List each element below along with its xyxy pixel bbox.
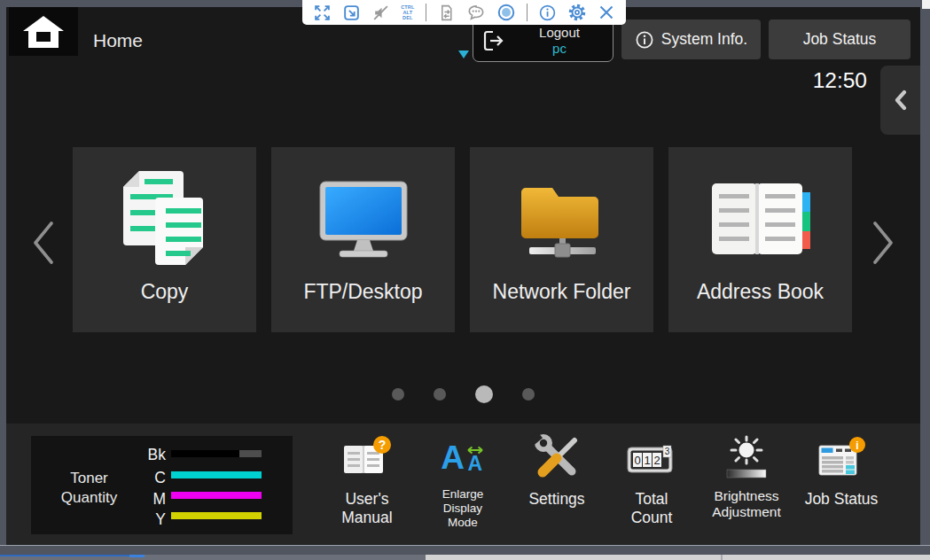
remote-viewer-window: Home Logout pc System Info. Job Status (0, 0, 930, 560)
svg-text:1: 1 (644, 454, 650, 467)
copy-documents-icon (113, 169, 217, 270)
fullscreen-icon[interactable] (313, 4, 332, 22)
taskbar-underline-highlight (129, 555, 145, 557)
tile-ftp-desktop[interactable]: FTP/Desktop (271, 147, 455, 332)
toner-bar-y (171, 512, 262, 519)
shortcut-brightness-adjustment[interactable]: BrightnessAdjustment (692, 431, 801, 520)
mfp-screen: Home Logout pc System Info. Job Status (6, 7, 920, 545)
taskbar-segment (145, 555, 426, 560)
page-dot-4[interactable] (522, 388, 535, 401)
toolbar-collapse-arrow[interactable] (458, 51, 469, 58)
svg-text:0: 0 (634, 454, 640, 467)
users-manual-icon: ? (341, 435, 393, 481)
toner-label-y: Y (136, 510, 166, 529)
chevron-left-icon (894, 89, 908, 111)
page-dot-3[interactable] (475, 385, 493, 403)
settings-gear-icon[interactable] (567, 3, 587, 22)
taskbar-edge (0, 555, 930, 560)
settings-tools-icon (531, 432, 582, 484)
network-folder-icon (515, 177, 609, 262)
ctrl-alt-del-button[interactable]: CTRL ALT DEL (401, 4, 414, 20)
shortcut-label: EnlargeDisplayMode (442, 487, 484, 530)
page-dot-1[interactable] (392, 388, 404, 401)
toner-quantity-panel: Toner Quantity Bk C M Y (31, 436, 293, 534)
carousel-prev-arrow[interactable] (31, 221, 56, 268)
logout-icon (481, 29, 506, 52)
shortcut-label: BrightnessAdjustment (712, 488, 781, 520)
chevron-left-icon (31, 221, 56, 265)
svg-text:i: i (856, 439, 858, 452)
brightness-icon (718, 434, 775, 482)
toner-bar-m (171, 492, 262, 499)
panel-collapse-tab[interactable] (880, 66, 920, 135)
toner-bar-bk (171, 450, 262, 457)
system-info-button[interactable]: System Info. (621, 19, 761, 59)
chat-icon[interactable] (466, 3, 486, 22)
tile-label: Network Folder (493, 280, 631, 304)
chevron-right-icon (871, 221, 895, 265)
system-info-label: System Info. (661, 30, 747, 49)
toner-title: Toner Quantity (38, 469, 140, 508)
job-status-label: Job Status (803, 30, 877, 49)
taskbar-active-underline (0, 555, 145, 560)
tile-label: Address Book (697, 280, 824, 304)
shortcut-label: Settings (528, 490, 584, 509)
svg-text:?: ? (379, 438, 387, 452)
close-icon[interactable] (598, 4, 615, 21)
toolbar-separator (426, 4, 426, 21)
taskbar-segment-light (426, 555, 930, 560)
svg-text:3: 3 (665, 447, 670, 456)
shortcut-job-status[interactable]: i Job Status (786, 431, 896, 509)
desktop-monitor-icon (316, 180, 411, 260)
page-title: Home (93, 30, 143, 51)
clock: 12:50 (725, 68, 867, 93)
shortcut-total-count[interactable]: 0 1 2 3 TotalCount (597, 431, 707, 527)
logout-label: Logout (506, 25, 613, 41)
address-book-icon (707, 178, 815, 261)
shortcut-label: Job Status (805, 490, 879, 509)
toner-label-bk: Bk (136, 446, 166, 464)
info-icon (635, 30, 654, 50)
scale-window-icon[interactable] (342, 4, 361, 22)
page-dots (6, 385, 920, 403)
audio-muted-icon[interactable] (371, 4, 390, 22)
toolbar-separator (527, 4, 528, 21)
taskbar-separator (721, 555, 723, 560)
tile-label: FTP/Desktop (303, 280, 422, 304)
viewer-toolbar: CTRL ALT DEL (302, 0, 626, 25)
info-icon[interactable] (538, 4, 557, 22)
shortcut-users-manual[interactable]: ? User'sManual (312, 431, 422, 527)
logged-in-user: pc (506, 41, 613, 57)
tile-label: Copy (141, 280, 189, 304)
logout-button[interactable]: Logout pc (473, 19, 613, 62)
tile-copy[interactable]: Copy (73, 147, 256, 332)
total-count-icon: 0 1 2 3 (627, 440, 676, 476)
toner-bar-c (171, 471, 262, 478)
home-badge[interactable] (9, 7, 78, 56)
frame-notch (922, 0, 930, 9)
job-status-list-icon: i (817, 437, 865, 479)
shortcut-label: TotalCount (631, 490, 673, 527)
window-frame-bottom (0, 545, 930, 555)
shortcut-settings[interactable]: Settings (502, 431, 612, 509)
page-dot-2[interactable] (434, 388, 446, 401)
record-icon[interactable] (496, 3, 516, 22)
tile-network-folder[interactable]: Network Folder (470, 147, 653, 332)
svg-text:2: 2 (653, 454, 660, 467)
tile-address-book[interactable]: Address Book (668, 147, 852, 332)
file-transfer-icon[interactable] (437, 4, 456, 22)
job-status-button[interactable]: Job Status (769, 19, 910, 59)
enlarge-display-icon: A A (441, 443, 485, 473)
toner-label-c: C (136, 469, 166, 487)
home-icon (22, 15, 65, 49)
carousel-next-arrow[interactable] (871, 221, 895, 268)
toner-label-m: M (136, 490, 166, 509)
shortcut-label: User'sManual (341, 490, 392, 527)
